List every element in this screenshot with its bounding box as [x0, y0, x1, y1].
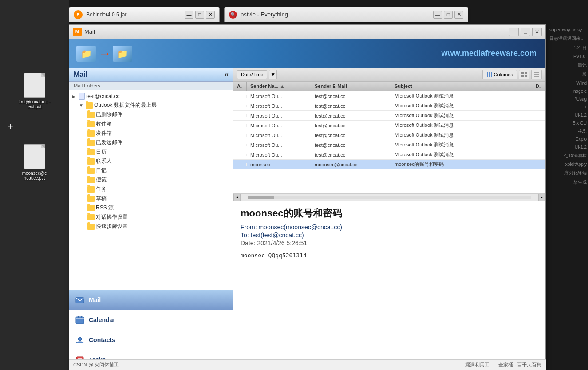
col-header-subject[interactable]: Subject [391, 82, 532, 91]
folder-calendar-icon [87, 149, 95, 155]
tree-outlook-root[interactable]: ▼ Outlook 数据文件的最上层 [69, 101, 233, 110]
tree-folder-rss[interactable]: RSS 源 [69, 203, 233, 213]
table-row[interactable]: Microsoft Ou... test@cncat.cc Microsoft … [233, 150, 545, 160]
pstvie-title: pstvie - Everything [241, 11, 433, 18]
table-row[interactable]: Microsoft Ou... test@cncat.cc Microsoft … [233, 91, 545, 101]
cell-email-5: test@cncat.cc [311, 141, 391, 149]
col-header-a[interactable]: A. [233, 82, 247, 91]
tree-folder-calendar[interactable]: 日历 [69, 147, 233, 157]
table-row-selected[interactable]: moonsec moonsec@cncat.cc moonsec的账号和密码 [233, 160, 545, 169]
folder-icon-left: 📁 [76, 46, 96, 62]
table-row[interactable]: Microsoft Ou... test@cncat.cc Microsoft … [233, 101, 545, 111]
tree-folder-sent[interactable]: 已发送邮件 [69, 138, 233, 147]
behinder-icon-letter: B [77, 12, 80, 17]
cell-d-1 [532, 105, 545, 107]
folder-outbox-icon [87, 130, 95, 137]
tree-folder-conv[interactable]: 对话操作设置 [69, 213, 233, 222]
cell-email-7: moonsec@cncat.cc [311, 161, 391, 169]
svg-rect-0 [76, 297, 84, 303]
cell-subject-1: Microsoft Outlook 测试消息 [391, 101, 532, 110]
behinder-maximize-btn[interactable]: □ [195, 11, 204, 19]
toolbar: Date/Time ▼ Columns [233, 68, 545, 82]
svg-rect-4 [81, 316, 82, 318]
col-header-sender[interactable]: Sender Na... ▲ [247, 82, 311, 91]
horizontal-scrollbar[interactable]: ◄ ► [233, 193, 545, 201]
behinder-close-btn[interactable]: ✕ [206, 11, 215, 19]
pstvie-close-btn[interactable]: ✕ [454, 11, 463, 19]
nav-calendar-label: Calendar [89, 316, 115, 323]
tree-folder-inbox[interactable]: 收件箱 [69, 119, 233, 129]
cell-email-4: test@cncat.cc [311, 131, 391, 139]
pstvie-window-tab[interactable]: 🔍 pstvie - Everything — □ ✕ [224, 7, 468, 22]
folder-rss-label: RSS 源 [96, 204, 114, 212]
folder-contacts-icon [87, 158, 95, 165]
arrow-icon: → [99, 47, 111, 61]
status-bar: CSDN @ 火阅体苗工 漏洞利用工 全家桶 · 百千大百集 [69, 359, 546, 370]
tree-folder-quickstep[interactable]: 快速步骤设置 [69, 222, 233, 231]
cell-subject-3: Microsoft Outlook 测试消息 [391, 121, 532, 130]
columns-button[interactable]: Columns [482, 70, 517, 79]
datetime-sort-button[interactable]: Date/Time [237, 70, 267, 79]
pstvie-minimize-btn[interactable]: — [433, 11, 442, 19]
nav-item-contacts[interactable]: Contacts [69, 330, 233, 350]
folder-sent-label: 已发送邮件 [96, 139, 122, 146]
cell-a-4 [233, 134, 247, 137]
app-body: Mail « Mail Folders ▶ test@cncat.cc ▼ [69, 68, 545, 370]
add-button[interactable]: + [4, 120, 17, 134]
right-panel: Date/Time ▼ Columns [233, 68, 545, 370]
table-row[interactable]: Microsoft Ou... test@cncat.cc Microsoft … [233, 130, 545, 140]
folders-label: Mail Folders [69, 82, 233, 90]
close-button[interactable]: ✕ [532, 28, 542, 36]
expand-icon-outlook: ▼ [79, 103, 84, 108]
right-label-8: \Usag [549, 96, 587, 102]
table-row[interactable]: Microsoft Ou... test@cncat.cc Microsoft … [233, 140, 545, 150]
tree-folder-notes[interactable]: 便笺 [69, 175, 233, 185]
col-header-d[interactable]: D. [532, 82, 545, 91]
tree-folder-deleted[interactable]: 已删除邮件 [69, 110, 233, 119]
svg-rect-13 [525, 72, 527, 74]
table-row[interactable]: Microsoft Ou... test@cncat.cc Microsoft … [233, 121, 545, 130]
tree-folder-outbox[interactable]: 发件箱 [69, 129, 233, 138]
preview-to: To: test(test@cncat.cc) [241, 232, 538, 239]
tree-folder-tasks[interactable]: 任务 [69, 185, 233, 194]
desktop-icon-testpst[interactable]: test@cncat.c c - test.pst [15, 71, 54, 111]
view-btn-2[interactable] [531, 70, 542, 79]
behinder-window-tab[interactable]: B Behinder4.0.5.jar — □ ✕ [69, 7, 220, 22]
tree-folder-contacts[interactable]: 联系人 [69, 157, 233, 166]
col-header-email[interactable]: Sender E-Mail [311, 82, 391, 91]
folder-drafts-icon [87, 196, 95, 202]
account-icon [79, 93, 85, 100]
cell-sender-3: Microsoft Ou... [247, 122, 311, 130]
scroll-right-arrow[interactable]: ► [538, 194, 545, 201]
behinder-minimize-btn[interactable]: — [185, 11, 193, 19]
tree-folder-journal[interactable]: 日记 [69, 166, 233, 175]
sidebar-collapse-button[interactable]: « [225, 71, 229, 79]
datetime-dropdown-button[interactable]: ▼ [269, 70, 277, 79]
view-btn-1[interactable] [519, 70, 529, 79]
right-label-12: -4.5. [549, 128, 587, 134]
table-row[interactable]: Microsoft Ou... test@cncat.cc Microsoft … [233, 111, 545, 121]
right-label-11: 5.x GU [549, 120, 587, 126]
right-label-4: 筒记 [549, 61, 587, 69]
tree-account-root[interactable]: ▶ test@cncat.cc [69, 92, 233, 101]
testpst-file-icon [24, 73, 45, 98]
right-label-1: 日志泄露返回来源... [549, 35, 587, 43]
outlook-folder-icon [86, 102, 93, 109]
scroll-left-arrow[interactable]: ◄ [233, 194, 241, 201]
right-label-7: nage.c [549, 88, 587, 94]
desktop-icon-moonpst[interactable]: moonsec@c ncat.cc.pst [15, 142, 54, 182]
mail-table-body[interactable]: Microsoft Ou... test@cncat.cc Microsoft … [233, 91, 545, 193]
right-label-18: 杀生成 [549, 178, 587, 186]
nav-item-mail[interactable]: Mail [69, 290, 233, 310]
maximize-button[interactable]: □ [521, 28, 530, 36]
scroll-thumb[interactable] [248, 196, 274, 199]
cell-d-5 [532, 144, 545, 146]
cell-a-5 [233, 144, 247, 146]
minimize-button[interactable]: — [509, 28, 519, 36]
tree-folder-drafts[interactable]: 草稿 [69, 194, 233, 203]
nav-item-calendar[interactable]: Calendar [69, 310, 233, 330]
cell-sender-1: Microsoft Ou... [247, 102, 311, 110]
pstvie-maximize-btn[interactable]: □ [444, 11, 453, 19]
desktop-left: test@cncat.c c - test.pst + moonsec@c nc… [0, 0, 69, 370]
folder-tree[interactable]: ▶ test@cncat.cc ▼ Outlook 数据文件的最上层 已删除 [69, 90, 233, 290]
